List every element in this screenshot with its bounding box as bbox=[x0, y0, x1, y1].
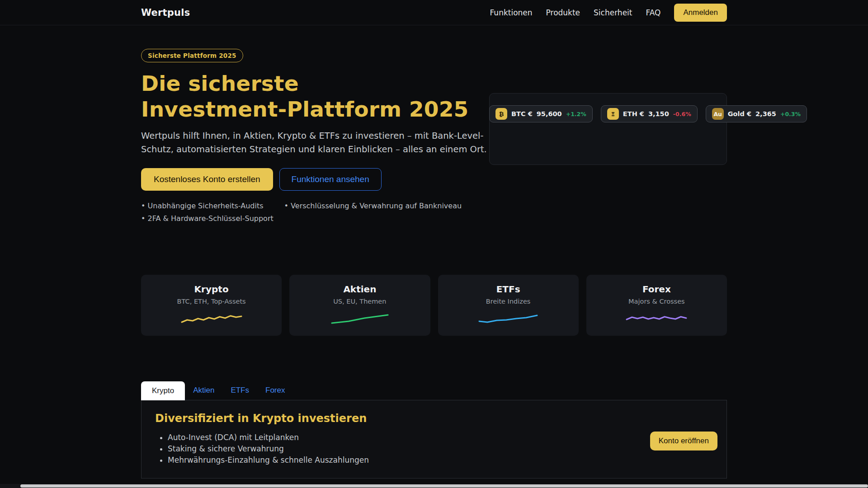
view-features-button[interactable]: Funktionen ansehen bbox=[279, 168, 382, 191]
ticker-change: -0.6% bbox=[673, 111, 691, 117]
card-title: Aktien bbox=[289, 284, 430, 295]
create-account-button[interactable]: Kostenloses Konto erstellen bbox=[141, 168, 273, 191]
hero-bullet: 2FA & Hardware-Schlüssel-Support bbox=[141, 214, 274, 223]
sparkline-aktien-icon bbox=[328, 312, 392, 325]
card-subtitle: Breite Indizes bbox=[438, 298, 579, 305]
hero-cta-row: Kostenloses Konto erstellen Funktionen a… bbox=[141, 168, 727, 191]
ticker-label: ETH € bbox=[623, 110, 644, 117]
market-card-krypto: Krypto BTC, ETH, Top-Assets bbox=[141, 275, 282, 336]
gold-icon: Au bbox=[712, 108, 724, 120]
horizontal-scrollbar[interactable] bbox=[0, 484, 868, 488]
eth-icon: Ξ bbox=[607, 108, 619, 120]
hero-section: Sicherste Plattform 2025 Die sicherste I… bbox=[141, 25, 727, 223]
brand-logo[interactable]: Wertpuls bbox=[141, 7, 190, 18]
ticker-change: +1.2% bbox=[566, 111, 586, 117]
tab-forex[interactable]: Forex bbox=[257, 381, 293, 400]
hero-badge: Sicherste Plattform 2025 bbox=[141, 49, 243, 62]
signin-button[interactable]: Anmelden bbox=[674, 4, 727, 22]
btc-icon: ₿ bbox=[495, 108, 507, 120]
nav-link-produkte[interactable]: Produkte bbox=[546, 8, 580, 17]
nav-link-faq[interactable]: FAQ bbox=[646, 8, 661, 17]
card-subtitle: Majors & Crosses bbox=[586, 298, 727, 305]
ticker-chip-gold: Au Gold € 2,365 +0.3% bbox=[706, 105, 807, 122]
live-prices-card: ₿ BTC € 95,600 +1.2% Ξ ETH € 3,150 -0.6%… bbox=[489, 93, 727, 165]
top-nav: Wertpuls Funktionen Produkte Sicherheit … bbox=[0, 0, 868, 25]
hero-description: Wertpuls hilft Ihnen, in Aktien, Krypto … bbox=[141, 129, 498, 156]
sparkline-forex-icon bbox=[625, 312, 688, 325]
market-card-forex: Forex Majors & Crosses bbox=[586, 275, 727, 336]
tab-panel-bullet: Mehrwährungs-Einzahlung & schnelle Ausza… bbox=[168, 455, 713, 465]
ticker-value: 95,600 bbox=[537, 110, 562, 117]
card-title: ETFs bbox=[438, 284, 579, 295]
page-title-line2: Investment-Plattform 2025 bbox=[141, 97, 468, 122]
ticker-label: BTC € bbox=[511, 110, 533, 117]
tab-content-panel: Diversifiziert in Krypto investieren Aut… bbox=[141, 400, 727, 479]
sparkline-etfs-icon bbox=[476, 312, 540, 325]
ticker-label: Gold € bbox=[728, 110, 751, 117]
ticker-chip-eth: Ξ ETH € 3,150 -0.6% bbox=[601, 105, 698, 122]
price-ticker-row: ₿ BTC € 95,600 +1.2% Ξ ETH € 3,150 -0.6%… bbox=[489, 105, 807, 122]
scrollbar-thumb[interactable] bbox=[20, 484, 868, 488]
open-account-button[interactable]: Konto eröffnen bbox=[650, 432, 717, 450]
nav-links: Funktionen Produkte Sicherheit FAQ Anmel… bbox=[490, 4, 727, 22]
ticker-chip-btc: ₿ BTC € 95,600 +1.2% bbox=[489, 105, 593, 122]
card-title: Forex bbox=[586, 284, 727, 295]
tab-panel-bullet-list: Auto-Invest (DCA) mit Leitplanken Stakin… bbox=[155, 432, 713, 465]
tab-panel-bullet: Auto-Invest (DCA) mit Leitplanken bbox=[168, 432, 713, 443]
market-cards-row: Krypto BTC, ETH, Top-Assets Aktien US, E… bbox=[141, 275, 727, 336]
tab-panel-heading: Diversifiziert in Krypto investieren bbox=[155, 412, 713, 425]
tab-etfs[interactable]: ETFs bbox=[222, 381, 257, 400]
product-tabs: Krypto Aktien ETFs Forex bbox=[141, 381, 727, 400]
ticker-value: 2,365 bbox=[755, 110, 776, 117]
nav-link-funktionen[interactable]: Funktionen bbox=[490, 8, 533, 17]
tab-krypto[interactable]: Krypto bbox=[141, 381, 185, 400]
page-title-line1: Die sicherste bbox=[141, 71, 299, 96]
ticker-value: 3,150 bbox=[648, 110, 669, 117]
tab-panel-bullet: Staking & sichere Verwahrung bbox=[168, 443, 713, 454]
ticker-change: +0.3% bbox=[780, 111, 801, 117]
page-title: Die sicherste Investment-Plattform 2025 bbox=[141, 70, 512, 122]
hero-bullet: Unabhängige Sicherheits-Audits bbox=[141, 202, 264, 210]
hero-bullet-list: Unabhängige Sicherheits-Audits Verschlüs… bbox=[141, 202, 503, 223]
card-title: Krypto bbox=[141, 284, 282, 295]
market-card-aktien: Aktien US, EU, Themen bbox=[289, 275, 430, 336]
hero-bullet: Verschlüsselung & Verwahrung auf Bankniv… bbox=[284, 202, 462, 210]
tab-aktien[interactable]: Aktien bbox=[185, 381, 222, 400]
market-card-etfs: ETFs Breite Indizes bbox=[438, 275, 579, 336]
card-subtitle: BTC, ETH, Top-Assets bbox=[141, 298, 282, 305]
nav-link-sicherheit[interactable]: Sicherheit bbox=[594, 8, 632, 17]
sparkline-krypto-icon bbox=[180, 312, 243, 325]
card-subtitle: US, EU, Themen bbox=[289, 298, 430, 305]
